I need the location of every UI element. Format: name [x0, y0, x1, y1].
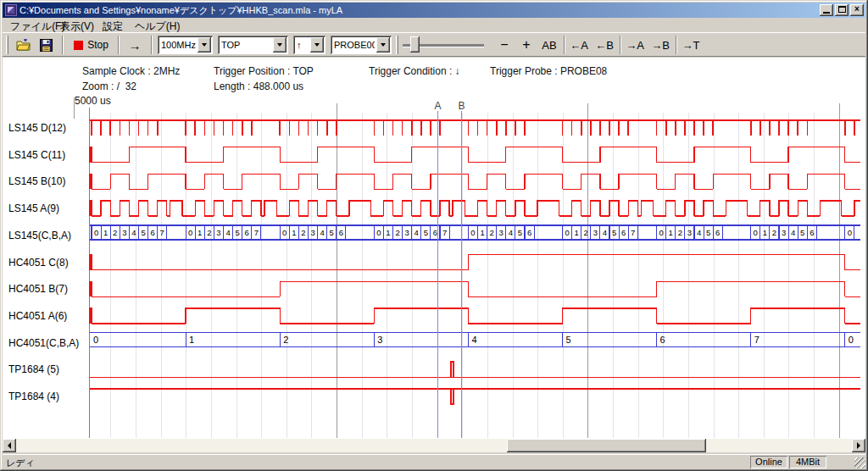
trigger-probe-combo[interactable]: PROBE00	[331, 36, 392, 54]
save-button[interactable]	[36, 36, 57, 54]
toolbar-grip[interactable]	[6, 36, 8, 54]
status-bar: レディ Online 4MBit	[3, 454, 865, 468]
svg-text:6: 6	[339, 228, 343, 237]
trigger-position-dropdown[interactable]	[273, 37, 287, 53]
sample-rate-dropdown[interactable]	[198, 37, 211, 53]
toolbar-grip[interactable]	[396, 36, 398, 54]
svg-text:3: 3	[687, 228, 692, 237]
close-button[interactable]: ×	[850, 4, 864, 16]
trigger-probe-value: PROBE00	[331, 40, 375, 50]
stop-icon	[74, 41, 83, 50]
signal-row-11: TP1684 (4)	[8, 389, 860, 404]
stop-button[interactable]: Stop	[68, 36, 114, 54]
ab-span-button[interactable]: AB	[538, 36, 560, 54]
toolbar-separator	[151, 36, 153, 54]
svg-text:6: 6	[715, 228, 720, 237]
sample-rate-combo[interactable]: 100MHz	[158, 36, 213, 54]
svg-text:0: 0	[94, 228, 98, 237]
scroll-right-button[interactable]	[852, 439, 865, 452]
sample-clock-text: Sample Clock : 2MHz	[82, 65, 180, 77]
scroll-left-button[interactable]	[3, 439, 16, 452]
svg-text:B: B	[458, 100, 465, 112]
maximize-button[interactable]	[835, 4, 849, 16]
title-bar[interactable]: C:¥Documents and Settings¥noname¥デスクトップ¥…	[3, 3, 865, 18]
svg-text:0: 0	[376, 228, 381, 237]
svg-text:1: 1	[763, 228, 767, 237]
toolbar-separator	[676, 36, 677, 54]
goto-cursor-a-left-button[interactable]: ←A	[567, 36, 591, 54]
signal-label: LS145 D(12)	[8, 122, 66, 134]
signal-label: LS145(C,B,A)	[8, 230, 71, 241]
svg-text:2: 2	[678, 228, 682, 237]
svg-text:5: 5	[518, 228, 522, 237]
status-memory-panel: 4MBit	[789, 456, 826, 468]
goto-trigger-button[interactable]: →T	[679, 36, 703, 54]
trigger-probe-dropdown[interactable]	[376, 37, 390, 53]
trigger-position-combo[interactable]: TOP	[218, 36, 288, 54]
zoom-out-button[interactable]: −	[494, 36, 515, 54]
trigger-edge-dropdown[interactable]	[310, 37, 324, 53]
svg-text:0: 0	[565, 228, 569, 237]
svg-text:0: 0	[470, 228, 475, 237]
svg-text:1: 1	[575, 228, 579, 237]
trigger-edge-combo[interactable]: ↑	[293, 36, 326, 54]
svg-text:5: 5	[706, 228, 710, 237]
zoom-in-button[interactable]: +	[516, 36, 537, 54]
svg-text:7: 7	[631, 228, 635, 237]
stop-label: Stop	[87, 39, 108, 51]
signal-label: LS145 C(11)	[8, 149, 65, 161]
svg-text:2: 2	[584, 228, 588, 237]
svg-text:4: 4	[509, 228, 513, 237]
single-run-button[interactable]: →	[122, 36, 147, 54]
app-icon	[5, 4, 17, 16]
trigger-condition-text: Trigger Condition : ↓	[369, 65, 460, 77]
trigger-position-text: Trigger Position : TOP	[214, 65, 314, 77]
save-floppy-icon	[40, 39, 53, 52]
svg-text:3: 3	[310, 228, 314, 237]
signal-label: HC4051(C,B,A)	[8, 337, 79, 349]
svg-text:4: 4	[415, 228, 419, 237]
svg-text:2: 2	[301, 228, 305, 237]
resize-grip[interactable]	[854, 457, 865, 468]
svg-text:1: 1	[198, 228, 202, 237]
svg-text:0: 0	[659, 228, 664, 237]
goto-cursor-b-right-button[interactable]: →B	[648, 36, 672, 54]
svg-text:0: 0	[93, 335, 98, 345]
signal-label: LS145 B(10)	[8, 175, 65, 187]
goto-cursor-b-left-button[interactable]: ←B	[593, 36, 616, 54]
svg-text:1: 1	[292, 228, 296, 237]
svg-text:6: 6	[527, 228, 531, 237]
horizontal-scrollbar[interactable]	[3, 439, 865, 452]
svg-text:3: 3	[216, 228, 220, 237]
svg-text:1: 1	[386, 228, 390, 237]
menu-help[interactable]: ヘルプ(H)	[131, 19, 184, 31]
svg-text:6: 6	[245, 228, 249, 237]
svg-text:0: 0	[282, 228, 287, 237]
open-file-button[interactable]	[13, 36, 34, 54]
svg-text:1: 1	[189, 335, 194, 345]
menu-settings[interactable]: 設定	[99, 19, 126, 31]
svg-text:1: 1	[103, 228, 108, 237]
svg-text:6: 6	[151, 228, 155, 237]
svg-text:2: 2	[207, 228, 211, 237]
cursor-a[interactable]: A	[434, 100, 441, 438]
svg-text:3: 3	[593, 228, 598, 237]
svg-text:7: 7	[442, 228, 447, 237]
signal-row-2: LS145 C(11)	[8, 147, 860, 163]
scrollbar-thumb[interactable]	[507, 439, 706, 452]
minimize-button[interactable]	[820, 4, 833, 16]
svg-text:7: 7	[754, 335, 760, 345]
signal-row-9: HC4051(C,B,A)012345670	[8, 333, 860, 349]
arrow-left-icon	[8, 442, 11, 449]
chevron-down-icon	[202, 43, 207, 47]
svg-text:5: 5	[800, 228, 804, 237]
trigger-edge-value: ↑	[293, 40, 309, 50]
waveform-client-area[interactable]: Sample Clock : 2MHz Trigger Position : T…	[3, 58, 865, 439]
zoom-slider-thumb[interactable]	[410, 36, 420, 53]
menu-view[interactable]: 表示(V)	[57, 19, 97, 31]
signal-label: HC4051 B(7)	[8, 283, 68, 295]
goto-cursor-a-right-button[interactable]: →A	[623, 36, 647, 54]
svg-text:6: 6	[433, 228, 437, 237]
cursor-b[interactable]: B	[458, 100, 465, 438]
length-text: Length : 488.000 us	[214, 80, 303, 92]
